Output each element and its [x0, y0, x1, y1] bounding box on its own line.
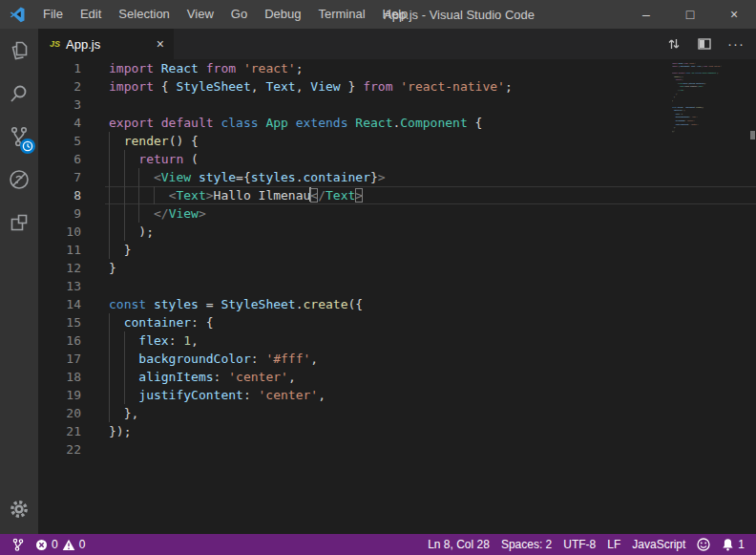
line-number[interactable]: 15: [38, 313, 81, 331]
activitybar-debug[interactable]: [0, 158, 38, 201]
code-line[interactable]: 14const styles = StyleSheet.create({: [38, 295, 756, 313]
activitybar-search[interactable]: [0, 72, 38, 115]
line-number[interactable]: 7: [38, 168, 81, 186]
code-line-content[interactable]: export default class App extends React.C…: [105, 114, 756, 132]
code-line[interactable]: 19 justifyContent: 'center',: [38, 386, 756, 404]
statusbar-language[interactable]: JavaScript: [626, 534, 691, 555]
code-line[interactable]: 17 backgroundColor: '#fff',: [38, 350, 756, 368]
code-line[interactable]: 8 <Text>Hallo Ilmenau</Text>: [38, 186, 756, 204]
minimize-button[interactable]: –: [624, 0, 668, 29]
line-number[interactable]: 14: [38, 295, 81, 313]
code-line-content[interactable]: }: [105, 259, 756, 277]
code-line-content[interactable]: import { StyleSheet, Text, View } from '…: [105, 77, 756, 96]
code-line[interactable]: 7 <View style={styles.container}>: [38, 168, 756, 186]
code-line-content[interactable]: });: [105, 422, 756, 440]
code-line-content[interactable]: backgroundColor: '#fff',: [105, 350, 756, 368]
code-line[interactable]: 11 }: [38, 241, 756, 259]
statusbar-problems[interactable]: 0 0: [30, 534, 91, 555]
menu-go[interactable]: Go: [222, 0, 256, 29]
code-line-content[interactable]: [105, 277, 756, 295]
menu-file[interactable]: File: [34, 0, 72, 29]
activitybar-explorer[interactable]: [0, 29, 38, 72]
code-line[interactable]: 20 },: [38, 404, 756, 422]
line-number[interactable]: 21: [38, 422, 81, 440]
menu-edit[interactable]: Edit: [72, 0, 110, 29]
line-number[interactable]: 8: [38, 186, 81, 204]
line-number[interactable]: 17: [38, 350, 81, 368]
line-number[interactable]: 4: [38, 114, 81, 132]
close-button[interactable]: ×: [712, 0, 756, 29]
statusbar-eol[interactable]: LF: [601, 534, 626, 555]
code-line-content[interactable]: flex: 1,: [105, 331, 756, 350]
menu-selection[interactable]: Selection: [110, 0, 178, 29]
code-line[interactable]: 2import { StyleSheet, Text, View } from …: [38, 77, 756, 96]
code-line[interactable]: 1import React from 'react';: [38, 59, 756, 77]
minimap[interactable]: import React from 'react';import { Style…: [672, 61, 746, 185]
line-number[interactable]: 11: [38, 241, 81, 259]
line-number[interactable]: 3: [38, 96, 81, 114]
code-line-content[interactable]: <View style={styles.container}>: [105, 168, 756, 186]
line-number[interactable]: 18: [38, 368, 81, 386]
code-line-content[interactable]: );: [105, 223, 756, 241]
code-line[interactable]: 4export default class App extends React.…: [38, 114, 756, 132]
code-line-content[interactable]: [105, 440, 756, 459]
line-number[interactable]: 12: [38, 259, 81, 277]
more-actions-icon[interactable]: ···: [727, 39, 745, 49]
code-line-content[interactable]: },: [105, 404, 756, 422]
code-line[interactable]: 15 container: {: [38, 313, 756, 331]
menu-view[interactable]: View: [178, 0, 222, 29]
code-line-content[interactable]: }: [105, 241, 756, 259]
activitybar-settings[interactable]: [0, 492, 38, 526]
code-line-content[interactable]: container: {: [105, 313, 756, 331]
statusbar-branch[interactable]: [6, 534, 30, 555]
menu-terminal[interactable]: Terminal: [309, 0, 373, 29]
code-line-content[interactable]: <Text>Hallo Ilmenau</Text>: [105, 186, 756, 204]
code-line-content[interactable]: alignItems: 'center',: [105, 368, 756, 386]
line-number[interactable]: 13: [38, 277, 81, 295]
code-area[interactable]: 1import React from 'react';2import { Sty…: [38, 59, 756, 459]
code-line-content[interactable]: const styles = StyleSheet.create({: [105, 295, 756, 313]
code-line[interactable]: 13: [38, 277, 756, 295]
line-number[interactable]: 10: [38, 223, 81, 241]
code-line-content[interactable]: justifyContent: 'center',: [105, 386, 756, 404]
activitybar-source-control[interactable]: [0, 115, 38, 158]
code-line[interactable]: 16 flex: 1,: [38, 331, 756, 350]
code-line-content[interactable]: </View>: [105, 204, 756, 223]
code-line[interactable]: 10 );: [38, 223, 756, 241]
code-line[interactable]: 12}: [38, 259, 756, 277]
sync-changes-icon[interactable]: [666, 36, 682, 52]
code-line-content[interactable]: [105, 96, 756, 114]
line-number[interactable]: 19: [38, 386, 81, 404]
code-line[interactable]: 3: [38, 96, 756, 114]
code-line-content[interactable]: return (: [105, 150, 756, 168]
tab-close-icon[interactable]: ×: [155, 36, 166, 52]
statusbar-notifications[interactable]: 1: [716, 534, 750, 555]
code-line[interactable]: 5 render() {: [38, 132, 756, 150]
split-editor-icon[interactable]: [697, 36, 712, 52]
statusbar-line-col[interactable]: Ln 8, Col 28: [422, 534, 495, 555]
tab-appjs[interactable]: JS App.js ×: [38, 29, 175, 59]
line-number[interactable]: 16: [38, 331, 81, 350]
line-number[interactable]: 2: [38, 77, 81, 96]
line-number[interactable]: 1: [38, 59, 81, 77]
activitybar-extensions[interactable]: [0, 201, 38, 244]
code-line[interactable]: 21});: [38, 422, 756, 440]
line-number[interactable]: 22: [38, 440, 81, 459]
line-number[interactable]: 5: [38, 132, 81, 150]
code-line[interactable]: 22: [38, 440, 756, 459]
indent-guide: [124, 186, 125, 204]
statusbar-feedback[interactable]: [691, 534, 716, 555]
maximize-button[interactable]: □: [668, 0, 712, 29]
code-line-content[interactable]: render() {: [105, 132, 756, 150]
code-line[interactable]: 6 return (: [38, 150, 756, 168]
menu-debug[interactable]: Debug: [256, 0, 309, 29]
line-number[interactable]: 20: [38, 404, 81, 422]
statusbar-indentation[interactable]: Spaces: 2: [495, 534, 557, 555]
line-number[interactable]: 6: [38, 150, 81, 168]
code-line-content[interactable]: import React from 'react';: [105, 59, 756, 77]
line-number[interactable]: 9: [38, 204, 81, 223]
code-line[interactable]: 9 </View>: [38, 204, 756, 223]
code-line[interactable]: 18 alignItems: 'center',: [38, 368, 756, 386]
menu-help[interactable]: Help: [374, 0, 417, 29]
statusbar-encoding[interactable]: UTF-8: [557, 534, 601, 555]
